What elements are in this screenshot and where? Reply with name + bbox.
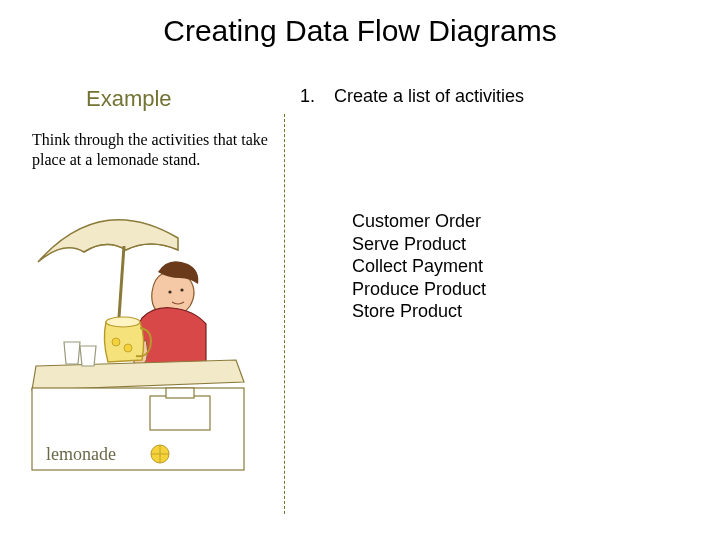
sign-text: lemonade — [46, 444, 116, 464]
instruction-text: Think through the activities that take p… — [32, 130, 272, 170]
list-item: Store Product — [352, 300, 486, 323]
vertical-divider — [284, 114, 285, 514]
list-item: Produce Product — [352, 278, 486, 301]
svg-point-6 — [124, 344, 132, 352]
svg-point-5 — [112, 338, 120, 346]
activities-list: Customer Order Serve Product Collect Pay… — [352, 210, 486, 323]
svg-rect-8 — [166, 388, 194, 398]
svg-point-1 — [168, 290, 171, 293]
svg-rect-7 — [150, 396, 210, 430]
cups-icon — [64, 342, 96, 366]
list-item: Collect Payment — [352, 255, 486, 278]
example-heading: Example — [86, 86, 172, 112]
svg-point-4 — [106, 317, 140, 327]
step-text: Create a list of activities — [334, 86, 524, 106]
svg-point-2 — [180, 288, 183, 291]
step-heading: 1. Create a list of activities — [300, 86, 524, 107]
page-title: Creating Data Flow Diagrams — [0, 14, 720, 48]
lemonade-stand-illustration: lemonade — [30, 210, 250, 490]
list-item: Customer Order — [352, 210, 486, 233]
list-item: Serve Product — [352, 233, 486, 256]
step-number: 1. — [300, 86, 315, 107]
